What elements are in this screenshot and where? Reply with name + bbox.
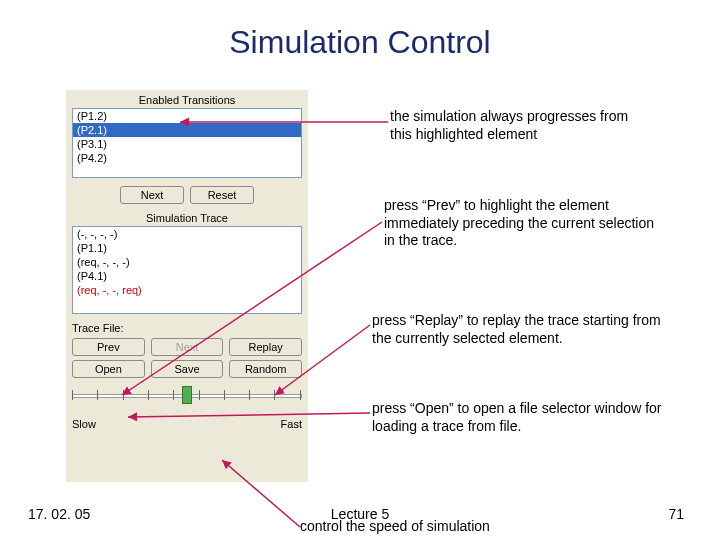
list-item[interactable]: (P3.1) — [73, 137, 301, 151]
slide-title: Simulation Control — [0, 24, 720, 61]
fast-label: Fast — [281, 418, 302, 430]
list-item[interactable]: (req, -, -, -) — [73, 255, 301, 269]
simulation-panel: Enabled Transitions (P1.2) (P2.1) (P3.1)… — [66, 90, 308, 482]
annotation-speed: control the speed of simulation — [300, 518, 490, 534]
list-item[interactable]: (P4.2) — [73, 151, 301, 165]
open-button[interactable]: Open — [72, 360, 145, 378]
list-item[interactable]: (P2.1) — [73, 123, 301, 137]
slider-labels: Slow Fast — [66, 418, 308, 434]
next-button[interactable]: Next — [120, 186, 184, 204]
slider-thumb[interactable] — [182, 386, 192, 404]
annotation-replay: press “Replay” to replay the trace start… — [372, 312, 682, 347]
list-item[interactable]: (req, -, -, req) — [73, 283, 301, 297]
list-item[interactable]: (P4.1) — [73, 269, 301, 283]
annotation-prev: press “Prev” to highlight the element im… — [384, 197, 664, 250]
trace-button-row-2: Open Save Random — [66, 358, 308, 380]
trace-file-label: Trace File: — [66, 320, 308, 336]
enabled-transitions-header: Enabled Transitions — [66, 90, 308, 108]
replay-button[interactable]: Replay — [229, 338, 302, 356]
list-item[interactable]: (P1.1) — [73, 241, 301, 255]
list-item[interactable]: (P1.2) — [73, 109, 301, 123]
next-trace-button[interactable]: Next — [151, 338, 224, 356]
annotation-open: press “Open” to open a file selector win… — [372, 400, 692, 435]
save-button[interactable]: Save — [151, 360, 224, 378]
slow-label: Slow — [72, 418, 96, 430]
reset-button[interactable]: Reset — [190, 186, 254, 204]
simulation-trace-listbox[interactable]: (-, -, -, -) (P1.1) (req, -, -, -) (P4.1… — [72, 226, 302, 314]
prev-button[interactable]: Prev — [72, 338, 145, 356]
annotation-highlighted: the simulation always progresses from th… — [390, 108, 650, 143]
enabled-transitions-listbox[interactable]: (P1.2) (P2.1) (P3.1) (P4.2) — [72, 108, 302, 178]
trace-button-row-1: Prev Next Replay — [66, 336, 308, 358]
simulation-trace-header: Simulation Trace — [66, 208, 308, 226]
speed-slider[interactable] — [72, 386, 302, 418]
list-item[interactable]: (-, -, -, -) — [73, 227, 301, 241]
enabled-button-row: Next Reset — [66, 184, 308, 208]
random-button[interactable]: Random — [229, 360, 302, 378]
footer-page: 71 — [668, 506, 684, 522]
